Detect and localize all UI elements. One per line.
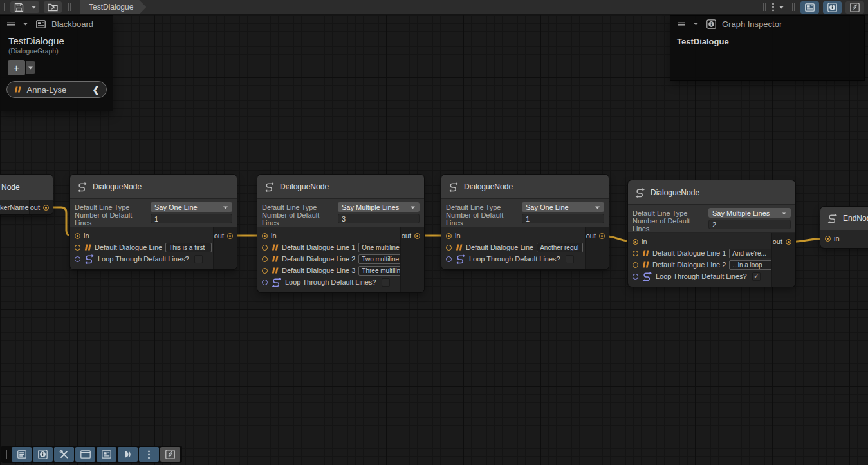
out-label: out (586, 232, 596, 240)
string-port[interactable] (633, 251, 638, 256)
exec-port[interactable] (227, 233, 233, 239)
exec-port[interactable] (825, 236, 831, 242)
blackboard-field-anna-lyse[interactable]: Anna-Lyse ❮ (6, 81, 107, 98)
in-label: in (642, 238, 647, 245)
string-port[interactable] (262, 245, 268, 251)
open-asset-button[interactable] (44, 1, 62, 13)
info-panel-button[interactable] (33, 447, 53, 462)
toggle-preview-button[interactable] (845, 1, 864, 14)
blackboard-panel-button[interactable] (97, 447, 116, 462)
exec-port[interactable] (262, 233, 268, 239)
blackboard-graph-name: TestDialogue (0, 32, 113, 46)
toolbar-drag-handle[interactable] (4, 3, 6, 11)
port-row: out (772, 236, 795, 247)
dialogue-preview-button[interactable] (118, 447, 138, 462)
dialogue-node[interactable]: DialogueNode Default Line TypeSay Multip… (628, 180, 795, 287)
dropdown-value: Say One Line (154, 204, 198, 211)
loop-icon (642, 271, 652, 281)
port-row: Loop Through Default Lines? (441, 253, 585, 265)
caret-down-icon[interactable] (777, 5, 786, 10)
number-field[interactable]: 1 (522, 214, 604, 223)
blackboard-graph-type: (DialogueGraph) (0, 46, 113, 55)
string-port[interactable] (446, 245, 452, 251)
port-row: in (820, 232, 868, 244)
property-label: Default Line Type (446, 204, 522, 211)
port-label: kerName (0, 204, 29, 211)
node-header[interactable]: DialogueNode (441, 175, 609, 198)
breadcrumb-tab[interactable]: TestDialogue (80, 0, 146, 14)
bool-port[interactable] (446, 256, 452, 262)
exec-port[interactable] (786, 239, 791, 245)
node-header[interactable]: Node (0, 175, 53, 200)
tools-panel-button[interactable] (54, 447, 74, 462)
loop-checkbox[interactable]: ✓ (752, 272, 761, 281)
exec-port[interactable] (43, 205, 49, 211)
enum-dropdown[interactable]: Say Multiple Lines (338, 202, 420, 212)
node-header[interactable]: DialogueNode (70, 175, 237, 198)
bool-port[interactable] (262, 280, 268, 285)
toolbar-drag-handle[interactable] (5, 450, 7, 459)
foldout-caret-icon[interactable] (691, 21, 701, 26)
exec-port[interactable] (446, 233, 452, 239)
exec-port[interactable] (75, 233, 80, 239)
port-row: out (586, 230, 609, 242)
number-field[interactable]: 2 (708, 220, 791, 229)
bool-port[interactable] (75, 256, 80, 262)
string-port[interactable] (633, 262, 638, 268)
toggle-blackboard-button[interactable] (800, 1, 819, 14)
add-property-caret[interactable] (26, 61, 35, 74)
exec-port[interactable] (414, 233, 420, 239)
console-panel-button[interactable] (12, 447, 32, 462)
enum-dropdown[interactable]: Say Multiple Lines (708, 208, 791, 218)
overflow-menu-button[interactable] (139, 447, 159, 462)
overflow-menu-icon[interactable] (770, 3, 777, 12)
graph-inspector-header[interactable]: Graph Inspector (670, 16, 864, 32)
port-row: out (401, 230, 424, 242)
bool-port[interactable] (633, 274, 638, 280)
number-field[interactable]: 3 (338, 214, 420, 223)
toggle-inspector-button[interactable] (823, 1, 842, 14)
quill-tool-button[interactable] (160, 447, 180, 462)
dialogue-line-field[interactable]: One multiline (358, 243, 405, 252)
add-property-button[interactable]: + (8, 60, 25, 75)
exec-port[interactable] (599, 233, 605, 239)
exec-port[interactable] (633, 239, 638, 245)
number-field[interactable]: 1 (151, 214, 232, 223)
string-port[interactable] (75, 245, 80, 251)
save-button[interactable] (10, 1, 28, 13)
property-label: Number of Default Lines (633, 217, 708, 232)
window-panel-button[interactable] (75, 447, 95, 462)
loop-checkbox[interactable] (382, 278, 390, 287)
drag-handle-icon[interactable] (5, 21, 17, 26)
loop-checkbox[interactable] (566, 255, 574, 263)
dialogue-line-field[interactable]: Two multiline (358, 254, 405, 264)
dialogue-node[interactable]: DialogueNode Default Line TypeSay One Li… (70, 175, 237, 269)
dialogue-node[interactable]: DialogueNode Default Line TypeSay Multip… (257, 175, 424, 292)
node-header[interactable]: EndNode (820, 207, 868, 230)
node-header[interactable]: DialogueNode (257, 175, 424, 198)
dialogue-node[interactable]: DialogueNode Default Line TypeSay One Li… (441, 175, 609, 269)
foldout-caret-icon[interactable] (21, 21, 30, 26)
dialogue-line-field[interactable]: Three multilin (358, 266, 405, 276)
string-port[interactable] (262, 256, 268, 262)
node-header[interactable]: DialogueNode (628, 180, 795, 204)
blackboard-header[interactable]: Blackboard (0, 16, 113, 32)
enum-dropdown[interactable]: Say One Line (522, 202, 604, 212)
dialogue-line-field[interactable]: ...in a loop (729, 260, 775, 270)
speaker-node[interactable]: Node kerName out (0, 175, 53, 214)
toolbar-drag-handle[interactable] (763, 3, 766, 11)
port-label: Loop Through Default Lines? (656, 272, 747, 280)
save-options-button[interactable] (28, 1, 39, 13)
loop-checkbox[interactable] (194, 255, 203, 263)
string-port[interactable] (262, 268, 268, 274)
end-node[interactable]: EndNode in (820, 207, 868, 248)
enum-dropdown[interactable]: Say One Line (151, 202, 232, 212)
blackboard-panel[interactable]: Blackboard TestDialogue (DialogueGraph) … (0, 16, 113, 111)
dialogue-line-field[interactable]: Another regul (537, 243, 583, 252)
drag-handle-icon[interactable] (676, 21, 687, 26)
dialogue-line-field[interactable]: This is a first (165, 243, 212, 252)
graph-inspector-panel[interactable]: Graph Inspector TestDialogue (670, 16, 864, 80)
dialogue-line-field[interactable]: And we're... (729, 249, 775, 258)
chevron-left-icon[interactable]: ❮ (93, 85, 100, 95)
property-label: Number of Default Lines (446, 211, 522, 227)
